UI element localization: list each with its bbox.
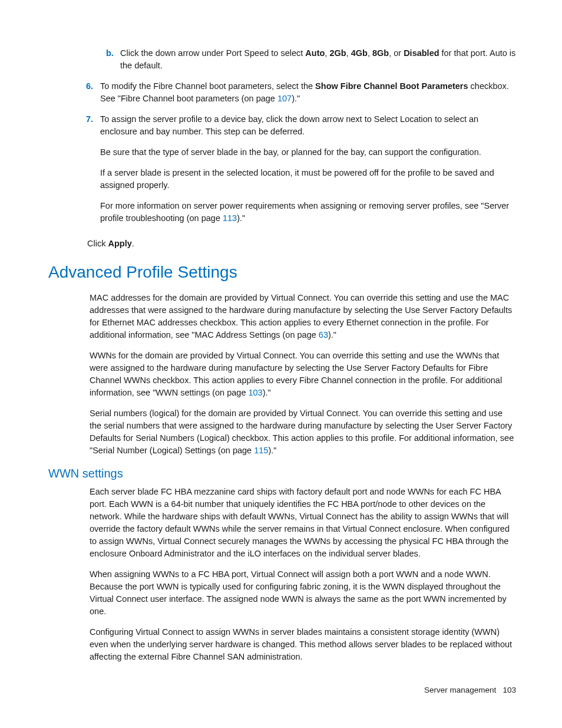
page-link-107[interactable]: 107 xyxy=(277,94,292,103)
option-auto: Auto xyxy=(305,48,325,58)
text: Click xyxy=(87,239,108,248)
text: , or xyxy=(389,48,404,58)
bold-apply: Apply xyxy=(108,239,131,248)
page-link-63[interactable]: 63 xyxy=(319,330,328,340)
list-item-b: b. Click the down arrow under Port Speed… xyxy=(106,47,516,75)
page-link-113[interactable]: 113 xyxy=(223,213,237,223)
option-2gb: 2Gb xyxy=(329,48,346,58)
heading-advanced-profile-settings: Advanced Profile Settings xyxy=(48,261,516,285)
text: )." xyxy=(237,213,245,223)
paragraph: If a server blade is present in the sele… xyxy=(100,167,516,192)
paragraph: To assign the server profile to a device… xyxy=(100,113,516,138)
footer-label: Server management xyxy=(424,686,496,694)
paragraph: Be sure that the type of server blade in… xyxy=(100,146,516,159)
option-8gb: 8Gb xyxy=(372,48,389,58)
text: To modify the Fibre Channel boot paramet… xyxy=(100,81,315,91)
page-link-103[interactable]: 103 xyxy=(248,388,262,397)
text: WWNs for the domain are provided by Virt… xyxy=(90,351,502,397)
text: )." xyxy=(268,446,276,455)
page-footer: Server management 103 xyxy=(424,684,516,696)
paragraph-wwns: WWNs for the domain are provided by Virt… xyxy=(90,350,516,399)
list-marker-7: 7. xyxy=(84,113,100,233)
text: )." xyxy=(263,388,271,397)
paragraph: Configuring Virtual Connect to assign WW… xyxy=(90,626,516,663)
click-apply-line: Click Apply. xyxy=(87,238,516,250)
list-marker-6: 6. xyxy=(84,80,100,108)
text: )." xyxy=(328,330,336,340)
paragraph: Each server blade FC HBA mezzanine card … xyxy=(90,486,516,560)
list-body-6: To modify the Fibre Channel boot paramet… xyxy=(100,80,516,108)
footer-page-number: 103 xyxy=(503,686,516,694)
option-4gb: 4Gb xyxy=(351,48,368,58)
text: )." xyxy=(292,94,300,103)
list-body-7: To assign the server profile to a device… xyxy=(100,113,516,233)
bold-show-fc-boot: Show Fibre Channel Boot Parameters xyxy=(315,81,468,91)
text: MAC addresses for the domain are provide… xyxy=(90,293,512,340)
list-item-7: 7. To assign the server profile to a dev… xyxy=(84,113,516,233)
text: Click the down arrow under Port Speed to… xyxy=(120,48,305,58)
option-disabled: Disabled xyxy=(404,48,439,58)
text: , xyxy=(368,48,372,58)
text: , xyxy=(346,48,351,58)
list-body-b: Click the down arrow under Port Speed to… xyxy=(120,47,516,75)
list-marker-b: b. xyxy=(106,47,120,75)
text: For more information on server power req… xyxy=(100,201,509,223)
heading-wwn-settings: WWN settings xyxy=(48,465,516,482)
paragraph-serial: Serial numbers (logical) for the domain … xyxy=(90,407,516,457)
list-item-6: 6. To modify the Fibre Channel boot para… xyxy=(84,80,516,108)
text: Serial numbers (logical) for the domain … xyxy=(90,409,514,455)
page-link-115[interactable]: 115 xyxy=(254,446,268,455)
text: . xyxy=(132,239,134,248)
paragraph-mac: MAC addresses for the domain are provide… xyxy=(90,292,516,341)
paragraph: When assigning WWNs to a FC HBA port, Vi… xyxy=(90,568,516,618)
